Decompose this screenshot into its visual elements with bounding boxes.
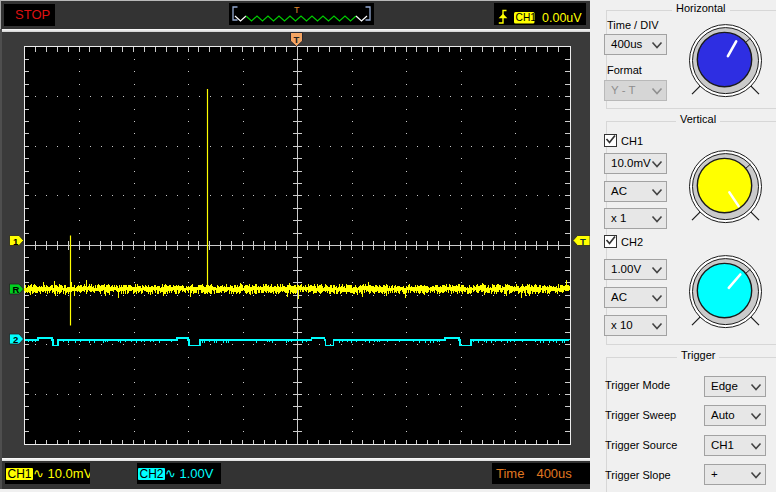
svg-text:0.00uV: 0.00uV: [542, 10, 582, 24]
svg-text:T: T: [294, 4, 300, 14]
svg-text:1: 1: [13, 236, 19, 247]
svg-text:2: 2: [13, 334, 18, 345]
svg-text:T: T: [294, 34, 300, 45]
svg-text:R: R: [13, 284, 20, 295]
svg-text:CH1: CH1: [516, 12, 537, 23]
svg-text:T: T: [580, 236, 586, 247]
